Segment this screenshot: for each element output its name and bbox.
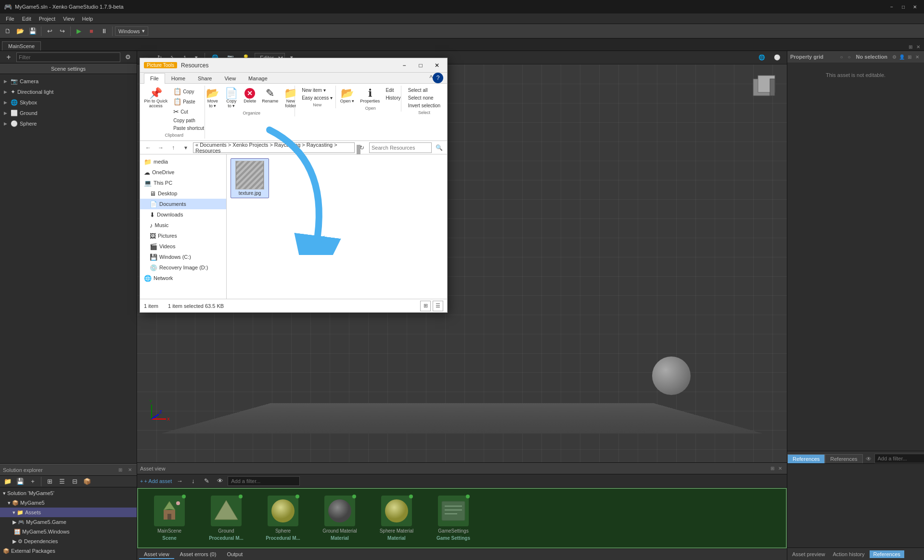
asset-item-sphere-mat[interactable]: Sphere Material Material [370,494,423,543]
tree-item-camera[interactable]: ▶ 📷 Camera [0,76,137,87]
prop-radio1[interactable]: ○ [838,53,846,61]
edit-btn[interactable]: Edit [383,87,403,94]
select-all-btn[interactable]: Select all [406,87,443,94]
dialog-close-btn[interactable]: ✕ [431,60,443,71]
paste-shortcut-btn[interactable]: Paste shortcut [171,125,206,132]
asset-item-gamesettings[interactable]: GameSettings Game Settings [427,494,480,543]
scene-view-btn[interactable]: ⚙ [122,51,134,63]
references-tab2[interactable]: References [825,454,862,463]
ribbon-help-btn[interactable]: ? [433,73,443,83]
dialog-minimize-btn[interactable]: − [398,60,411,71]
menu-file[interactable]: File [2,15,18,23]
prop-person-btn[interactable]: 👤 [898,53,906,61]
search-btn[interactable]: 🔍 [434,142,444,153]
paste-btn[interactable]: 📋 Paste [171,97,206,106]
sidebar-downloads[interactable]: ⬇ Downloads [140,209,226,220]
move-to-btn[interactable]: 📂 Moveto ▾ [204,87,221,110]
grid-view-btn[interactable]: ⊞ [420,301,431,311]
select-none-btn[interactable]: Select none [406,94,443,102]
sidebar-music[interactable]: ♪ Music [140,220,226,230]
asset-item-sphere-proc[interactable]: Sphere Procedural M... [257,494,309,543]
sol-view3-btn[interactable]: ⊟ [69,476,80,487]
sidebar-media[interactable]: 📁 media [140,156,226,167]
tab-output[interactable]: Output [222,550,247,559]
ref-filter-input[interactable] [874,454,924,463]
scene-settings-button[interactable]: Scene settings [0,64,137,74]
ribbon-tab-home[interactable]: Home [165,73,192,84]
ribbon-tab-file[interactable]: File [144,73,165,84]
prop-radio2[interactable]: ○ [846,53,853,61]
windows-dropdown[interactable]: Windows ▾ [115,26,148,36]
easy-access-btn[interactable]: Easy access ▾ [299,94,335,102]
ribbon-tab-share[interactable]: Share [192,73,218,84]
pin-to-quick-access-btn[interactable]: 📌 Pin to Quickaccess [142,87,170,110]
close-button[interactable]: ✕ [910,2,920,11]
ribbon-collapse-btn[interactable]: ^ [429,73,433,83]
cut-btn[interactable]: ✂ Cut [171,107,206,116]
sol-add-btn[interactable]: + [27,476,38,487]
vp-globe2-btn[interactable]: 🌐 [755,53,769,62]
solution-close-btn[interactable]: ✕ [126,466,134,474]
sol-view1-btn[interactable]: ⊞ [44,476,55,487]
solution-windows-item[interactable]: 🪟 MyGame5.Windows [0,527,137,536]
vp-sphere-btn[interactable]: ⚪ [770,53,784,62]
play-btn[interactable]: ▶ [73,25,85,37]
maximize-button[interactable]: □ [898,2,909,11]
sol-view2-btn[interactable]: ☰ [56,476,68,487]
cube-navigation-icon[interactable] [748,74,777,103]
tree-item-ground[interactable]: ▶ ⬜ Ground [0,108,137,118]
copy-path-btn[interactable]: Copy path [171,117,206,124]
tree-item-directional-light[interactable]: ▶ ✦ Directional light [0,87,137,97]
copy-btn[interactable]: 📋 Copy [171,87,206,96]
new-btn[interactable]: 🗋 [2,25,13,37]
delete-btn[interactable]: ✕ Delete [241,87,258,105]
references-tab1[interactable]: References [787,454,825,463]
asset-edit-btn[interactable]: ✎ [201,475,212,487]
invert-selection-btn[interactable]: Invert selection [406,102,443,109]
stop-btn[interactable]: ■ [86,25,97,37]
asset-preview-tab[interactable]: Asset preview [789,550,828,558]
redo-btn[interactable]: ↪ [56,25,68,37]
search-input[interactable] [369,142,432,153]
sol-add-pkg-btn[interactable]: 📦 [81,476,93,487]
copy-to-btn[interactable]: 📄 Copyto ▾ [222,87,240,110]
solution-mygame5-item[interactable]: ▾ 📦 MyGame5 [0,498,137,508]
add-asset-button[interactable]: + + Add asset [140,478,172,484]
minimize-button[interactable]: − [886,2,897,11]
asset-float-btn[interactable]: ⊞ [769,465,776,472]
sidebar-videos[interactable]: 🎬 Videos [140,241,226,252]
tab-asset-view[interactable]: Asset view [139,550,174,559]
undo-btn[interactable]: ↩ [44,25,55,37]
prop-float-btn[interactable]: ⊞ [906,53,913,61]
menu-project[interactable]: Project [35,15,59,23]
forward-btn[interactable]: → [155,142,166,153]
menu-edit[interactable]: Edit [18,15,35,23]
list-view-btn[interactable]: ☰ [433,301,443,311]
tab-float-btn[interactable]: ⊞ [907,43,914,51]
asset-item-ground-mat[interactable]: Ground Material Material [313,494,366,543]
scene-filter-input[interactable] [16,52,120,62]
menu-help[interactable]: Help [78,15,97,23]
sidebar-documents[interactable]: 📄 Documents [140,199,226,209]
file-item-texture[interactable]: texture.jpg [231,158,269,198]
solution-root-item[interactable]: ▾ Solution 'MyGame5' [0,488,137,498]
prop-gear-btn[interactable]: ⚙ [890,53,898,61]
asset-move-btn[interactable]: → [174,475,185,487]
open-btn[interactable]: 📂 [14,25,26,37]
sidebar-desktop[interactable]: 🖥 Desktop [140,188,226,199]
solution-ext-item[interactable]: 📦 External Packages [0,546,137,556]
tab-close-btn[interactable]: ✕ [914,43,922,51]
sidebar-recovery-d[interactable]: 💿 Recovery Image (D:) [140,262,226,273]
asset-arrow-btn[interactable]: ↓ [187,475,199,487]
up-btn[interactable]: ↑ [168,142,179,153]
solution-dependencies-item[interactable]: ▶ ⚙ Dependencies [0,536,137,546]
open-btn[interactable]: 📂 Open ▾ [338,87,357,105]
sidebar-onedrive[interactable]: ☁ OneDrive [140,167,226,178]
menu-view[interactable]: View [59,15,78,23]
back-btn[interactable]: ← [143,142,154,153]
solution-assets-item[interactable]: ▾ 📁 Assets [0,508,137,517]
rename-btn[interactable]: ✎ Rename [259,87,281,105]
solution-float-btn[interactable]: ⊞ [116,466,124,474]
asset-eye-btn[interactable]: 👁 [214,475,226,487]
history-btn[interactable]: History [383,94,403,102]
